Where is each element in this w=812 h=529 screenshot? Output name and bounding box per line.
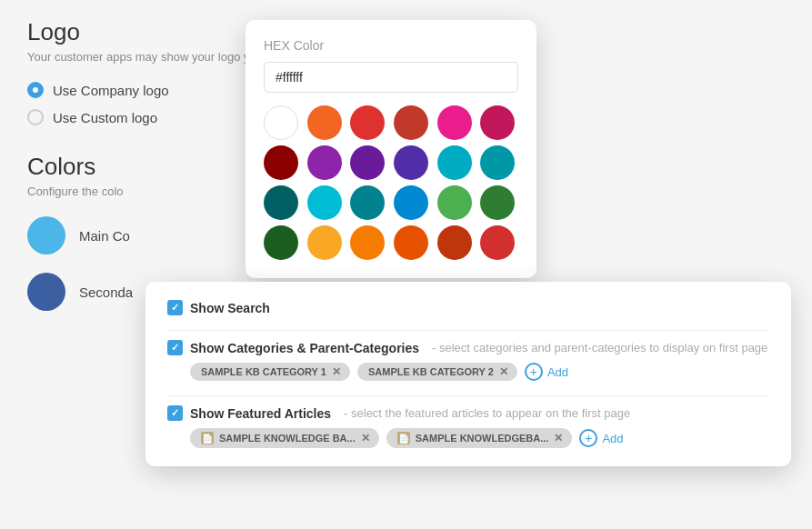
add-category-label: Add xyxy=(547,365,568,379)
swatch-darkgreen[interactable] xyxy=(264,225,298,260)
show-search-label: Show Search xyxy=(190,301,270,315)
show-categories-desc: - select categories and parent-categorie… xyxy=(432,341,767,354)
article-tag-1-close[interactable]: ✕ xyxy=(361,433,370,444)
secondary-color-dot[interactable] xyxy=(27,273,65,311)
swatch-magenta[interactable] xyxy=(480,105,515,140)
main-color-label: Main Co xyxy=(79,228,130,244)
show-articles-checkbox[interactable] xyxy=(167,405,183,421)
swatch-cyan[interactable] xyxy=(437,145,472,180)
show-search-checkbox-container[interactable]: Show Search xyxy=(167,300,270,315)
add-article-button[interactable]: + Add xyxy=(579,429,623,447)
show-search-row: Show Search xyxy=(167,300,769,315)
hex-picker-card: HEX Color xyxy=(246,20,536,278)
swatch-maroon[interactable] xyxy=(264,145,298,180)
hex-input[interactable] xyxy=(264,62,518,93)
article-tag-2-icon: 📄 xyxy=(397,432,410,444)
settings-card: Show Search Show Categories & Parent-Cat… xyxy=(145,282,791,466)
secondary-color-label: Seconda xyxy=(79,284,133,300)
show-categories-row: Show Categories & Parent-Categories - se… xyxy=(167,340,769,381)
article-tag-2-close[interactable]: ✕ xyxy=(554,433,563,444)
show-categories-checkbox[interactable] xyxy=(167,340,183,355)
swatch-yellow[interactable] xyxy=(307,225,342,260)
add-article-label: Add xyxy=(602,432,623,445)
radio-custom-circle[interactable] xyxy=(27,109,44,125)
show-articles-row: Show Featured Articles - select the feat… xyxy=(167,405,769,448)
show-articles-desc: - select the featured articles to appear… xyxy=(344,406,630,420)
swatch-brick[interactable] xyxy=(437,225,472,260)
category-tag-1-label: SAMPLE KB CATEGORY 1 xyxy=(201,366,326,377)
swatch-indigo[interactable] xyxy=(394,145,428,180)
radio-company-circle[interactable] xyxy=(27,82,44,98)
article-tag-1-label: SAMPLE KNOWLEDGE BA... xyxy=(219,433,356,444)
swatch-darkred[interactable] xyxy=(394,105,428,140)
swatch-teal[interactable] xyxy=(480,145,515,180)
hex-picker-title: HEX Color xyxy=(264,38,518,53)
show-articles-checkbox-container[interactable]: Show Featured Articles - select the feat… xyxy=(167,405,630,421)
swatch-pink[interactable] xyxy=(437,105,472,140)
show-search-checkbox[interactable] xyxy=(167,300,183,315)
category-tag-1[interactable]: SAMPLE KB CATEGORY 1 ✕ xyxy=(190,363,350,381)
swatch-lightgreen[interactable] xyxy=(437,185,472,220)
swatch-purple[interactable] xyxy=(307,145,342,180)
swatch-deeporange[interactable] xyxy=(394,225,428,260)
swatch-amber[interactable] xyxy=(350,225,385,260)
category-tag-2-label: SAMPLE KB CATEGORY 2 xyxy=(368,366,494,377)
swatch-lightcyan[interactable] xyxy=(307,185,342,220)
show-categories-checkbox-container[interactable]: Show Categories & Parent-Categories - se… xyxy=(167,340,767,355)
swatch-blue[interactable] xyxy=(394,185,428,220)
add-category-button[interactable]: + Add xyxy=(525,363,568,381)
show-categories-label: Show Categories & Parent-Categories xyxy=(190,341,419,355)
add-category-icon: + xyxy=(525,363,543,381)
article-tag-2[interactable]: 📄 SAMPLE KNOWLEDGEBA... ✕ xyxy=(386,428,573,448)
swatch-crimson[interactable] xyxy=(480,225,515,260)
category-tag-2[interactable]: SAMPLE KB CATEGORY 2 ✕ xyxy=(357,363,517,381)
category-tag-2-close[interactable]: ✕ xyxy=(499,366,508,377)
radio-company-label: Use Company logo xyxy=(53,83,169,98)
swatch-white[interactable] xyxy=(264,105,298,140)
article-tag-2-label: SAMPLE KNOWLEDGEBA... xyxy=(416,433,549,444)
divider-1 xyxy=(167,330,769,331)
color-grid xyxy=(264,105,518,260)
swatch-green[interactable] xyxy=(480,185,515,220)
swatch-darkpurple[interactable] xyxy=(350,145,385,180)
swatch-orange[interactable] xyxy=(307,105,342,140)
swatch-red[interactable] xyxy=(350,105,385,140)
categories-tags-row: SAMPLE KB CATEGORY 1 ✕ SAMPLE KB CATEGOR… xyxy=(167,363,769,381)
swatch-darkcyan[interactable] xyxy=(350,185,385,220)
swatch-deepteal[interactable] xyxy=(264,185,298,220)
articles-tags-row: 📄 SAMPLE KNOWLEDGE BA... ✕ 📄 SAMPLE KNOW… xyxy=(167,428,769,448)
category-tag-1-close[interactable]: ✕ xyxy=(332,366,341,377)
article-tag-1[interactable]: 📄 SAMPLE KNOWLEDGE BA... ✕ xyxy=(190,428,379,448)
show-articles-label: Show Featured Articles xyxy=(190,406,331,421)
radio-custom-label: Use Custom logo xyxy=(53,110,157,125)
main-color-dot[interactable] xyxy=(27,216,65,255)
add-article-icon: + xyxy=(579,429,597,447)
divider-2 xyxy=(167,395,769,396)
article-tag-1-icon: 📄 xyxy=(201,432,214,444)
